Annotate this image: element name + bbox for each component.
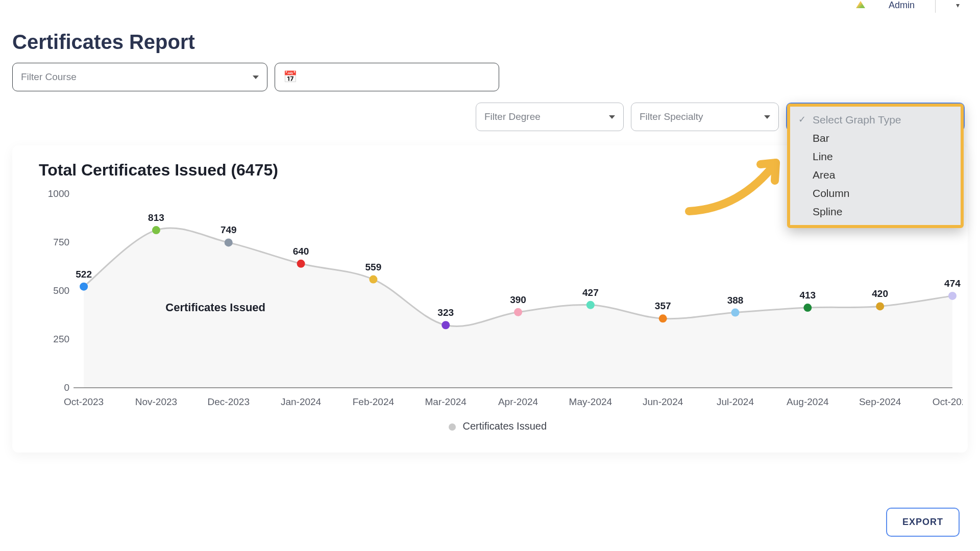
app-logo-icon (853, 0, 868, 10)
svg-point-15 (803, 304, 812, 312)
svg-point-9 (369, 276, 377, 284)
svg-text:749: 749 (220, 224, 237, 235)
svg-text:Certificates Issued: Certificates Issued (165, 301, 265, 314)
svg-text:522: 522 (76, 269, 92, 280)
dropdown-option-area[interactable]: Area (790, 166, 961, 184)
export-button[interactable]: EXPORT (886, 508, 960, 537)
graph-type-select[interactable]: Select Graph Type Bar Line Area Column S… (786, 103, 965, 131)
filter-specialty-placeholder: Filter Specialty (640, 111, 703, 122)
chevron-down-icon (253, 76, 259, 79)
svg-text:413: 413 (799, 290, 816, 300)
svg-text:Mar-2024: Mar-2024 (425, 396, 467, 407)
svg-point-14 (731, 309, 740, 317)
divider (935, 0, 936, 13)
svg-text:388: 388 (727, 295, 744, 306)
svg-point-6 (152, 226, 160, 234)
svg-text:420: 420 (872, 288, 888, 299)
svg-text:Sep-2024: Sep-2024 (859, 396, 901, 407)
dropdown-option-bar[interactable]: Bar (790, 129, 961, 147)
user-label: Admin (889, 0, 915, 11)
filter-degree-placeholder: Filter Degree (484, 111, 541, 122)
svg-text:813: 813 (148, 212, 164, 223)
svg-text:474: 474 (944, 278, 961, 289)
svg-text:Jul-2024: Jul-2024 (717, 396, 754, 407)
filter-row-primary: Filter Course 📅 (12, 63, 968, 91)
dropdown-option-placeholder[interactable]: Select Graph Type (790, 111, 961, 129)
filter-course-placeholder: Filter Course (21, 71, 77, 83)
filter-degree-select[interactable]: Filter Degree (476, 103, 624, 131)
chevron-down-icon[interactable]: ▾ (956, 1, 960, 9)
svg-text:559: 559 (365, 262, 382, 272)
user-menu[interactable]: Admin (889, 0, 915, 11)
dropdown-option-column[interactable]: Column (790, 184, 961, 203)
svg-text:250: 250 (53, 334, 69, 344)
dropdown-option-spline[interactable]: Spline (790, 203, 961, 221)
svg-text:500: 500 (53, 285, 69, 296)
filter-specialty-select[interactable]: Filter Specialty (631, 103, 779, 131)
calendar-icon: 📅 (283, 70, 297, 84)
svg-text:Oct-2024: Oct-2024 (933, 396, 963, 407)
page-title: Certificates Report (12, 31, 968, 54)
chevron-down-icon (609, 115, 615, 119)
svg-text:1000: 1000 (48, 189, 69, 199)
svg-text:640: 640 (293, 246, 309, 257)
svg-text:323: 323 (437, 307, 454, 318)
graph-type-dropdown: Select Graph Type Bar Line Area Column S… (787, 104, 964, 228)
svg-text:750: 750 (53, 237, 69, 247)
filter-course-select[interactable]: Filter Course (12, 63, 267, 91)
svg-text:427: 427 (582, 287, 599, 298)
svg-text:Jun-2024: Jun-2024 (643, 396, 683, 407)
svg-point-8 (297, 260, 305, 268)
svg-point-16 (876, 302, 884, 310)
chart-legend: Certificates Issued (33, 420, 963, 432)
svg-point-17 (948, 292, 957, 300)
svg-text:May-2024: May-2024 (569, 396, 612, 407)
svg-text:Aug-2024: Aug-2024 (787, 396, 829, 407)
svg-point-5 (80, 283, 88, 291)
svg-text:Apr-2024: Apr-2024 (498, 396, 538, 407)
date-range-input[interactable]: 📅 (275, 63, 499, 91)
svg-text:357: 357 (655, 300, 671, 311)
svg-text:Jan-2024: Jan-2024 (281, 396, 322, 407)
svg-text:Oct-2023: Oct-2023 (64, 396, 104, 407)
filter-row-secondary: Filter Degree Filter Specialty Select Gr… (12, 103, 965, 131)
dropdown-option-line[interactable]: Line (790, 147, 961, 166)
svg-text:390: 390 (510, 294, 526, 305)
legend-label: Certificates Issued (463, 420, 547, 432)
svg-point-7 (225, 238, 233, 246)
svg-point-10 (442, 321, 450, 329)
svg-text:Nov-2023: Nov-2023 (135, 396, 177, 407)
svg-text:0: 0 (64, 382, 69, 393)
legend-marker-icon (449, 423, 456, 431)
svg-text:Dec-2023: Dec-2023 (208, 396, 250, 407)
svg-text:Feb-2024: Feb-2024 (353, 396, 395, 407)
svg-point-12 (586, 301, 595, 309)
chevron-down-icon (764, 115, 770, 119)
top-bar: Admin ▾ (853, 0, 980, 10)
svg-point-13 (659, 314, 667, 322)
svg-point-11 (514, 308, 522, 316)
